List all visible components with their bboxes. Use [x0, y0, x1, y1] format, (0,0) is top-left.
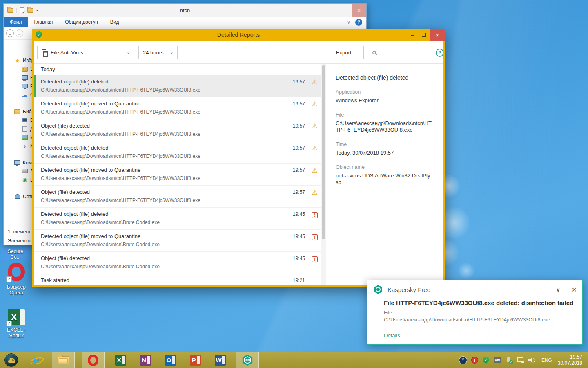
report-row[interactable]: Object (file) detected C:\Users\александ…	[34, 119, 321, 141]
warning-icon: ⚠	[310, 186, 320, 207]
warning-icon: ⚠	[310, 75, 320, 97]
report-row-time: 19:45	[293, 211, 305, 229]
warning-icon: ⚠	[310, 119, 320, 141]
tab-file[interactable]: Файл	[4, 17, 28, 27]
report-row-path: C:\Users\александр\Downloads\ntcn\Brute …	[41, 242, 290, 247]
period-filter-value: 24 hours	[143, 49, 167, 56]
close-button[interactable]: ×	[352, 4, 366, 17]
collapse-icon[interactable]: ∨	[556, 286, 560, 293]
report-detail-panel: Detected object (file) deleted Applicati…	[326, 64, 443, 285]
close-icon[interactable]: ×	[572, 286, 577, 293]
report-row[interactable]: Detected object (file) moved to Quaranti…	[34, 164, 321, 186]
warning-icon: ⚠	[310, 141, 320, 163]
detail-field-value: C:\Users\александр\Downloads\ntcn\HTTP-F…	[336, 120, 433, 133]
tray-usb-icon[interactable]	[506, 357, 512, 364]
word-icon: W	[215, 355, 226, 366]
tray-vmware-icon[interactable]: vm	[494, 357, 501, 363]
taskbar-app-onenote[interactable]: N	[136, 352, 154, 368]
tab-home[interactable]: Главная	[28, 17, 59, 27]
desktop-icon-secure-connection[interactable]: Secure Co...	[1, 248, 30, 260]
report-row-path: C:\Users\александр\Downloads\ntcn\HTTP-F…	[41, 197, 290, 203]
report-row-path: C:\Users\александр\Downloads\ntcn\HTTP-F…	[41, 87, 290, 93]
star-icon: ★	[14, 57, 20, 63]
cloud-icon: ☁	[22, 92, 28, 98]
new-folder-icon[interactable]	[27, 8, 33, 13]
report-row-title: Object (file) detected	[41, 123, 290, 129]
report-row[interactable]: Detected object (file) deleted C:\Users\…	[34, 208, 321, 230]
report-row[interactable]: Detected object (file) deleted C:\Users\…	[34, 141, 321, 164]
help-icon[interactable]: ?	[355, 19, 362, 26]
notification-app-name: Kaspersky Free	[388, 286, 551, 293]
report-row[interactable]: Object (file) detected C:\Users\александ…	[34, 252, 321, 274]
computer-icon	[14, 159, 20, 166]
report-row-path: C:\Users\александр\Downloads\ntcn\Brute …	[41, 264, 290, 269]
report-row-time: 19:57	[293, 123, 305, 141]
report-row[interactable]: Detected object (file) moved to Quaranti…	[34, 97, 321, 119]
taskbar-app-outlook[interactable]: O	[161, 352, 179, 368]
maximize-button[interactable]	[339, 4, 352, 17]
language-indicator[interactable]: ENG	[541, 357, 552, 363]
taskbar-app-opera[interactable]	[82, 352, 105, 368]
details-link[interactable]: Details	[384, 332, 400, 339]
tray-shield-icon[interactable]: ✓	[483, 357, 489, 364]
recent-icon	[22, 74, 28, 81]
taskbar-app-ie[interactable]: e	[27, 352, 45, 368]
reports-content: File Anti-Virus ∨ 24 hours ∨ Export... ?…	[34, 41, 443, 285]
close-button[interactable]: ×	[430, 29, 445, 41]
reports-titlebar[interactable]: ✓ Detailed Reports – ×	[32, 29, 445, 41]
report-row[interactable]: Detected object (file) moved to Quaranti…	[34, 230, 321, 252]
help-icon[interactable]: ?	[436, 49, 443, 57]
taskbar-app-explorer[interactable]	[52, 352, 75, 368]
explorer-titlebar[interactable]: ▾ ntcn – ×	[4, 4, 366, 17]
forward-button[interactable]: →	[16, 29, 23, 37]
taskbar-app-kaspersky[interactable]: FREE	[236, 352, 259, 368]
chevron-down-icon[interactable]: ∨	[347, 20, 350, 25]
report-list: Today Detected object (file) deleted C:\…	[34, 64, 321, 285]
properties-icon[interactable]	[20, 7, 24, 13]
onenote-icon: N	[140, 355, 151, 366]
scrollbar-thumb[interactable]	[322, 65, 325, 239]
report-row-path: C:\Users\александр\Downloads\ntcn\HTTP-F…	[41, 175, 290, 181]
scrollbar-track[interactable]	[321, 64, 326, 285]
minimize-button[interactable]: –	[327, 4, 339, 17]
tab-share[interactable]: Общий доступ	[59, 17, 104, 27]
taskbar-app-powerpoint[interactable]: P	[186, 352, 204, 368]
tray-lan-icon[interactable]	[517, 357, 524, 363]
export-button[interactable]: Export...	[328, 46, 364, 59]
back-button[interactable]: ←	[6, 29, 14, 37]
report-row-time: 19:57	[293, 79, 305, 97]
detail-field: File C:\Users\александр\Downloads\ntcn\H…	[336, 112, 433, 133]
maximize-icon	[344, 9, 347, 12]
folder-icon[interactable]	[7, 8, 13, 13]
tab-view[interactable]: Вид	[104, 17, 125, 27]
desktop-icon-opera[interactable]: ↗ Браузер Opera	[2, 263, 31, 296]
tray-volume-icon[interactable]	[528, 357, 536, 364]
report-row-title: Detected object (file) moved to Quaranti…	[41, 233, 290, 239]
desktop-icon-label: Браузер Opera	[2, 284, 31, 296]
report-row-title: Detected object (file) moved to Quaranti…	[41, 101, 290, 107]
tray-pinwheel-icon[interactable]: Y	[459, 357, 467, 364]
search-input[interactable]	[379, 49, 429, 56]
report-row[interactable]: Detected object (file) deleted C:\Users\…	[34, 75, 321, 97]
maximize-button[interactable]	[418, 29, 430, 41]
minimize-button[interactable]: –	[407, 29, 418, 41]
report-row[interactable]: Object (file) detected C:\Users\александ…	[34, 186, 321, 208]
tray-alarm-icon[interactable]: !	[471, 357, 478, 364]
report-row-time: 19:57	[293, 167, 305, 185]
period-filter-dropdown[interactable]: 24 hours ∨	[138, 46, 178, 59]
component-filter-dropdown[interactable]: File Anti-Virus ∨	[37, 46, 134, 59]
report-row-title: Object (file) detected	[41, 189, 290, 195]
desktop-icon-excel[interactable]: X ↗ EXCEL - Ярлык	[2, 309, 31, 339]
customize-toolbar-icon[interactable]: ▾	[36, 9, 38, 12]
report-row[interactable]: Task started 19:21	[34, 274, 321, 285]
taskbar-clock[interactable]: 19:57 30.07.2018	[558, 354, 584, 366]
start-button[interactable]	[0, 352, 22, 368]
explorer-ribbon-tabs: Файл Главная Общий доступ Вид ∨ ?	[4, 17, 366, 27]
component-filter-value: File Anti-Virus	[51, 49, 123, 56]
detail-field: Time Today, 30/07/2018 19:57	[336, 141, 433, 156]
taskbar-app-word[interactable]: W	[211, 352, 229, 368]
critical-icon: !	[312, 256, 318, 262]
report-row-path: C:\Users\александр\Downloads\ntcn\Brute …	[41, 220, 290, 225]
taskbar-app-excel[interactable]: X	[111, 352, 129, 368]
report-group-header: Today	[34, 64, 321, 75]
